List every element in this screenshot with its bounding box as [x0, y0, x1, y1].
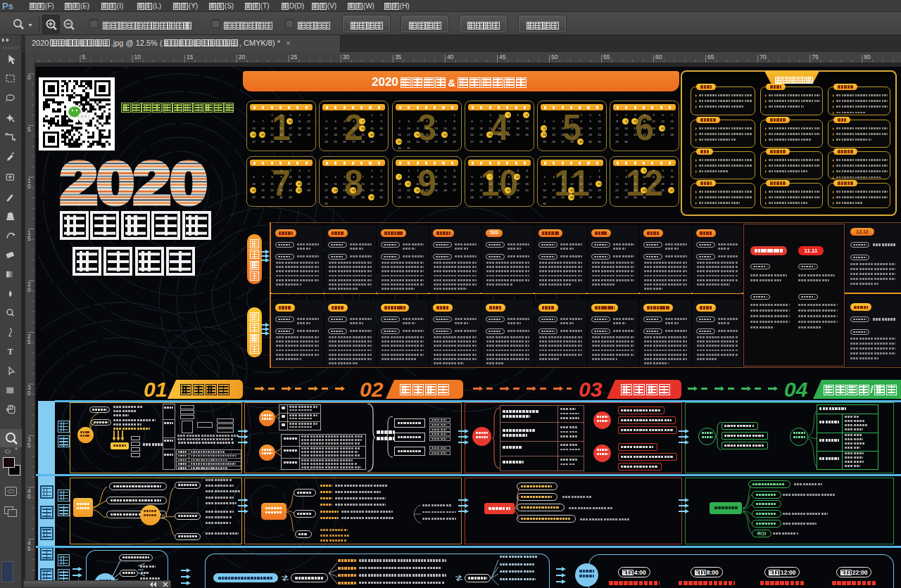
svg-text:60: 60 [655, 53, 662, 60]
svg-text:0: 0 [27, 390, 31, 397]
svg-text:65: 65 [707, 53, 714, 60]
svg-text:70: 70 [760, 53, 767, 60]
svg-text:15: 15 [187, 53, 194, 60]
svg-text:5: 5 [27, 338, 31, 345]
svg-text:55: 55 [603, 53, 610, 60]
svg-text:20: 20 [239, 53, 246, 60]
svg-text:10: 10 [134, 53, 141, 60]
svg-text:5: 5 [27, 235, 31, 242]
svg-text:45: 45 [499, 53, 506, 60]
svg-text:5: 5 [27, 442, 31, 449]
svg-text:50: 50 [551, 53, 558, 60]
svg-text:5: 5 [27, 545, 31, 552]
svg-text:T: T [8, 347, 13, 357]
svg-text:75: 75 [812, 53, 819, 60]
svg-text:5: 5 [82, 53, 86, 60]
svg-text:0: 0 [27, 286, 31, 293]
svg-text:40: 40 [447, 53, 454, 60]
svg-text:0: 0 [27, 74, 31, 81]
svg-text:5: 5 [27, 126, 31, 133]
svg-text:2020: 2020 [61, 154, 207, 210]
svg-text:35: 35 [395, 53, 402, 60]
svg-text:0: 0 [27, 183, 31, 190]
svg-text:25: 25 [291, 53, 298, 60]
svg-text:80: 80 [864, 53, 871, 60]
svg-text:0: 0 [27, 493, 31, 500]
svg-text:30: 30 [343, 53, 350, 60]
